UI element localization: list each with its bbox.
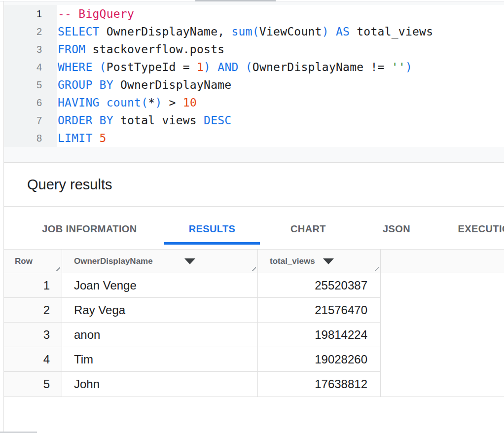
sql-token: ): [155, 96, 162, 109]
code-line: GROUP BY OwnerDisplayName: [58, 76, 504, 94]
column-label: total_views: [270, 256, 315, 266]
row-number-cell: 2: [4, 298, 62, 323]
sql-token: PostTypeId =: [107, 61, 197, 73]
code-line: ORDER BY total_views DESC: [58, 111, 504, 129]
column-dropdown-icon[interactable]: [323, 258, 334, 264]
sql-token: total_views: [350, 25, 433, 38]
tab-results[interactable]: RESULTS: [164, 210, 260, 249]
sql-token: FROM: [58, 43, 85, 56]
code-line: LIMIT 5: [58, 129, 504, 147]
tab-execution-details[interactable]: EXECUTION DETAILS: [436, 210, 504, 249]
column-label: Row: [15, 256, 33, 266]
owner-name-cell: Tim: [62, 347, 258, 372]
sql-token: 1: [197, 61, 204, 73]
sql-token: (: [246, 61, 252, 73]
sql-token: 10: [183, 96, 197, 109]
sql-token: SELECT: [58, 25, 100, 38]
sql-token: [93, 132, 100, 144]
bigquery-results-panel: 1 2 3 4 5 6 7 8 -- BigQuery SELECT Owner…: [0, 0, 504, 433]
sql-token: GROUP BY: [58, 78, 113, 91]
tab-label: EXECUTION DETAILS: [458, 223, 504, 235]
results-tabbar: JOB INFORMATION RESULTS CHART JSON EXECU…: [4, 207, 504, 249]
tab-job-information[interactable]: JOB INFORMATION: [15, 210, 164, 249]
table-row: 1 Joan Venge 25520387: [4, 273, 504, 298]
column-label: OwnerDisplayName: [74, 256, 153, 266]
sql-token: [211, 61, 217, 73]
line-number: 7: [4, 111, 57, 129]
code-line: HAVING count(*) > 10: [58, 94, 504, 111]
table-header-row: Row OwnerDisplayName total_views: [4, 249, 504, 273]
code-line: FROM stackoverflow.posts: [58, 40, 504, 58]
row-number-cell: 4: [4, 347, 62, 372]
filler-cell: [381, 273, 504, 298]
owner-name-cell: anon: [62, 323, 258, 347]
column-header-total-views[interactable]: total_views: [258, 250, 381, 273]
total-views-cell: 19028260: [258, 347, 381, 372]
sql-token: ): [204, 61, 211, 73]
line-number: 3: [4, 40, 57, 58]
line-number-gutter: 1 2 3 4 5 6 7 8: [4, 5, 57, 147]
sql-token: AS: [336, 25, 350, 38]
row-number-cell: 3: [4, 323, 62, 347]
sql-token: LIMIT: [58, 132, 93, 144]
line-number: 5: [4, 76, 57, 94]
sql-token: total_views: [113, 114, 204, 127]
sql-token: [93, 61, 100, 73]
sql-token: >: [162, 96, 183, 109]
sql-token: 5: [100, 132, 107, 144]
sql-token: [239, 61, 246, 73]
column-header-filler: [381, 250, 504, 273]
sql-token: count(: [107, 96, 148, 109]
tab-label: JSON: [383, 223, 410, 235]
filler-cell: [381, 372, 504, 397]
sql-token: ): [322, 25, 329, 38]
column-dropdown-icon[interactable]: [184, 258, 195, 264]
sql-token: '': [392, 61, 405, 73]
row-number-cell: 5: [4, 372, 62, 397]
code-line: SELECT OwnerDisplayName, sum(ViewCount) …: [58, 23, 504, 40]
filler-cell: [381, 347, 504, 372]
sql-token: AND: [217, 61, 238, 73]
sql-token: (: [100, 61, 107, 73]
sql-token: sum(: [231, 25, 259, 38]
column-header-ownerdisplayname[interactable]: OwnerDisplayName: [62, 250, 258, 273]
table-row: 4 Tim 19028260: [4, 347, 504, 372]
filler-cell: [381, 298, 504, 323]
sql-token: -- BigQuery: [58, 7, 134, 20]
filler-cell: [381, 323, 504, 347]
sql-code: -- BigQuery SELECT OwnerDisplayName, sum…: [58, 5, 504, 147]
results-table: Row OwnerDisplayName total_views 1 Joan …: [4, 249, 504, 397]
owner-name-cell: Ray Vega: [62, 298, 258, 323]
table-row: 2 Ray Vega 21576470: [4, 298, 504, 323]
owner-name-cell: Joan Venge: [62, 273, 258, 298]
row-number-cell: 1: [4, 273, 62, 298]
column-resize-handle[interactable]: [372, 265, 379, 271]
total-views-cell: 19814224: [258, 323, 381, 347]
line-number: 8: [4, 129, 57, 147]
column-resize-handle[interactable]: [250, 265, 256, 271]
column-resize-handle[interactable]: [54, 265, 60, 271]
total-views-cell: 21576470: [258, 298, 381, 323]
tab-label: RESULTS: [189, 223, 236, 235]
sql-token: DESC: [204, 114, 231, 127]
tab-label: CHART: [290, 223, 326, 235]
code-line: WHERE (PostTypeId = 1) AND (OwnerDisplay…: [58, 58, 504, 76]
table-row: 5 John 17638812: [4, 372, 504, 397]
sql-token: [100, 96, 107, 109]
sql-token: *: [148, 96, 155, 109]
sql-token: OwnerDisplayName !=: [252, 61, 392, 73]
code-line: -- BigQuery: [58, 5, 504, 23]
sql-token: OwnerDisplayName,: [100, 25, 232, 38]
sql-token: ORDER BY: [58, 114, 113, 127]
line-number: 6: [4, 94, 57, 111]
tab-chart[interactable]: CHART: [260, 210, 357, 249]
page-title: Query results: [4, 177, 112, 193]
tab-json[interactable]: JSON: [357, 210, 436, 249]
sql-editor[interactable]: 1 2 3 4 5 6 7 8 -- BigQuery SELECT Owner…: [4, 1, 504, 163]
sql-token: WHERE: [58, 61, 93, 73]
sql-token: stackoverflow.posts: [85, 43, 224, 56]
sql-token: OwnerDisplayName: [113, 78, 232, 91]
query-results-header: Query results: [4, 163, 504, 207]
table-row: 3 anon 19814224: [4, 323, 504, 347]
owner-name-cell: John: [62, 372, 258, 397]
